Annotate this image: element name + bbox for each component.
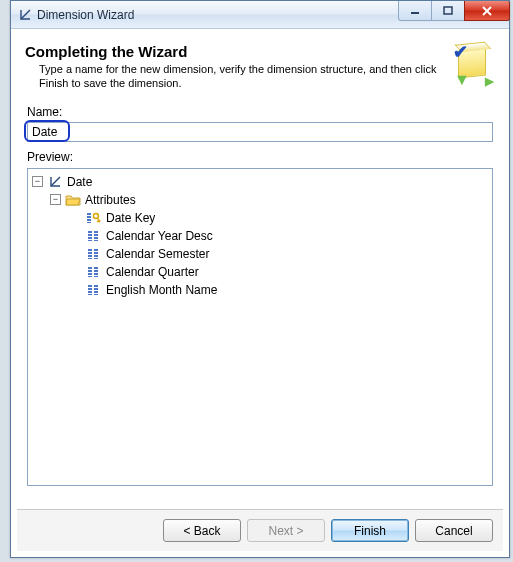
tree-item-label: Date Key <box>106 211 155 225</box>
svg-rect-26 <box>94 257 98 258</box>
tree-attribute-item[interactable]: Calendar Year Desc <box>30 227 490 245</box>
svg-rect-29 <box>88 272 92 273</box>
minimize-button[interactable] <box>398 1 432 21</box>
tree-item-label: Calendar Semester <box>106 247 209 261</box>
next-button: Next > <box>247 519 325 542</box>
svg-rect-30 <box>88 275 92 276</box>
tree-item-label: Calendar Year Desc <box>106 229 213 243</box>
window-title: Dimension Wizard <box>37 8 134 22</box>
tree-item-label: Calendar Quarter <box>106 265 199 279</box>
folder-open-icon <box>65 192 81 208</box>
svg-rect-21 <box>88 254 92 255</box>
svg-line-0 <box>21 10 30 19</box>
svg-rect-7 <box>87 215 91 216</box>
button-bar: < Back Next > Finish Cancel <box>17 509 503 551</box>
svg-rect-14 <box>88 239 92 240</box>
svg-rect-13 <box>88 236 92 237</box>
attribute-icon <box>86 228 102 244</box>
tree-attributes-node[interactable]: − Attributes <box>30 191 490 209</box>
svg-rect-33 <box>94 272 98 273</box>
finish-button[interactable]: Finish <box>331 519 409 542</box>
page-description: Type a name for the new dimension, verif… <box>25 62 445 91</box>
svg-rect-8 <box>87 218 91 219</box>
svg-rect-32 <box>94 269 98 270</box>
dimension-name-input[interactable] <box>27 122 493 142</box>
attribute-icon <box>86 282 102 298</box>
maximize-button[interactable] <box>431 1 465 21</box>
close-button[interactable] <box>464 1 510 21</box>
tree-attribute-item[interactable]: Calendar Quarter <box>30 263 490 281</box>
svg-rect-42 <box>94 293 98 294</box>
checkmark-icon: ✔ <box>453 41 468 63</box>
tree-item-label: English Month Name <box>106 283 217 297</box>
svg-rect-34 <box>94 275 98 276</box>
collapse-icon[interactable]: − <box>50 194 61 205</box>
tree-attribute-item[interactable]: Calendar Semester <box>30 245 490 263</box>
cancel-button[interactable]: Cancel <box>415 519 493 542</box>
svg-rect-9 <box>87 221 91 222</box>
dialog-window: Dimension Wizard Completing the Wizard T… <box>10 0 510 558</box>
wizard-header: Completing the Wizard Type a name for th… <box>17 35 503 97</box>
svg-rect-22 <box>88 257 92 258</box>
svg-rect-37 <box>88 290 92 291</box>
client-area: Completing the Wizard Type a name for th… <box>17 35 503 551</box>
wizard-cube-icon: ✔ ▼ ▼ <box>451 43 495 87</box>
dimension-icon <box>47 174 63 190</box>
attribute-icon <box>86 264 102 280</box>
tree-root-label: Date <box>67 175 92 189</box>
svg-rect-16 <box>94 233 98 234</box>
svg-rect-20 <box>88 251 92 252</box>
titlebar[interactable]: Dimension Wizard <box>11 1 509 29</box>
svg-rect-1 <box>411 12 419 14</box>
dimension-icon <box>17 7 33 23</box>
preview-label: Preview: <box>27 150 493 164</box>
collapse-icon[interactable]: − <box>32 176 43 187</box>
back-button[interactable]: < Back <box>163 519 241 542</box>
arrow-right-icon: ▼ <box>480 74 498 90</box>
svg-rect-38 <box>88 293 92 294</box>
svg-rect-41 <box>94 290 98 291</box>
svg-rect-40 <box>94 287 98 288</box>
svg-rect-18 <box>94 239 98 240</box>
tree-attribute-item[interactable]: English Month Name <box>30 281 490 299</box>
svg-point-10 <box>94 213 99 218</box>
name-label: Name: <box>27 105 493 119</box>
svg-rect-12 <box>88 233 92 234</box>
svg-line-5 <box>51 177 60 186</box>
preview-tree[interactable]: − Date − <box>27 168 493 486</box>
arrow-down-icon: ▼ <box>454 71 470 89</box>
tree-attributes-label: Attributes <box>85 193 136 207</box>
svg-rect-2 <box>444 7 452 14</box>
svg-rect-17 <box>94 236 98 237</box>
attribute-icon <box>86 246 102 262</box>
svg-rect-28 <box>88 269 92 270</box>
svg-rect-24 <box>94 251 98 252</box>
svg-rect-36 <box>88 287 92 288</box>
tree-root-node[interactable]: − Date <box>30 173 490 191</box>
page-title: Completing the Wizard <box>25 43 445 60</box>
svg-rect-25 <box>94 254 98 255</box>
key-attribute-icon <box>86 210 102 226</box>
tree-attribute-item[interactable]: Date Key <box>30 209 490 227</box>
